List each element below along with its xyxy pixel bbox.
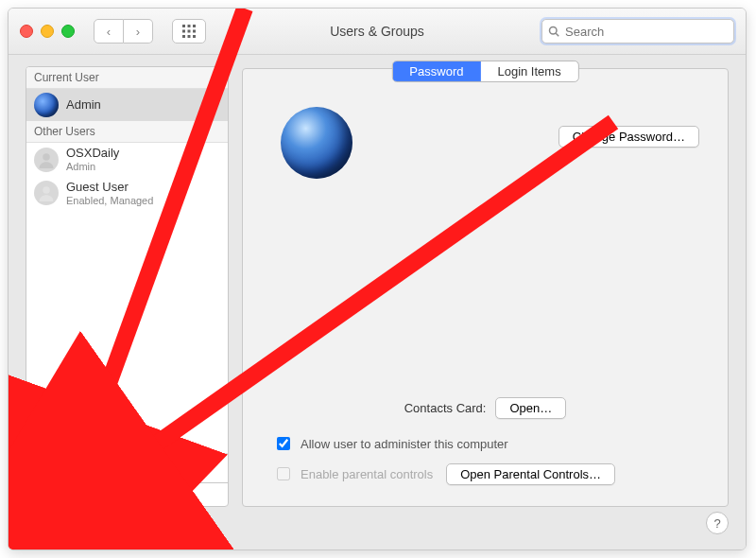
chevron-left-icon: ‹ <box>107 25 111 39</box>
help-icon: ? <box>713 516 720 531</box>
lock-icon[interactable] <box>33 516 54 541</box>
contacts-row: Contacts Card: Open… <box>269 397 701 419</box>
add-user-button[interactable]: + <box>26 483 56 506</box>
svg-point-12 <box>43 187 50 195</box>
gear-icon <box>93 488 106 501</box>
lock-highlight <box>26 504 62 550</box>
close-icon[interactable] <box>20 25 33 38</box>
svg-rect-8 <box>193 35 196 38</box>
home-icon <box>34 460 51 477</box>
user-sub: Admin <box>66 161 119 173</box>
grid-icon <box>182 25 196 38</box>
chevron-right-icon: › <box>136 25 140 39</box>
add-remove-row: + − <box>26 482 228 506</box>
contacts-card-label: Contacts Card: <box>404 401 487 415</box>
user-avatar-icon <box>34 148 59 172</box>
tab-password[interactable]: Password <box>392 61 480 81</box>
action-menu-button[interactable] <box>85 483 113 506</box>
remove-user-button[interactable]: − <box>56 483 85 506</box>
svg-rect-3 <box>182 30 185 33</box>
minimize-icon[interactable] <box>41 25 54 38</box>
svg-rect-5 <box>193 30 196 33</box>
forward-button[interactable]: › <box>124 19 153 44</box>
search-field[interactable] <box>541 19 734 44</box>
change-password-button[interactable]: Change Password… <box>558 126 699 148</box>
traffic-lights <box>20 25 75 38</box>
parental-checkbox-row: Enable parental controls <box>273 464 433 483</box>
open-parental-controls-button[interactable]: Open Parental Controls… <box>446 463 615 485</box>
parental-checkbox <box>277 467 290 480</box>
login-options-label: Login Options <box>57 462 132 476</box>
user-picture-icon[interactable] <box>281 107 352 179</box>
back-button[interactable]: ‹ <box>94 19 124 44</box>
search-icon <box>548 26 559 37</box>
user-panel: Password Login Items Change Password… Co… <box>242 68 729 507</box>
svg-line-10 <box>556 33 558 36</box>
svg-rect-0 <box>182 25 185 27</box>
help-button[interactable]: ? <box>706 512 729 534</box>
user-row-admin[interactable]: Admin <box>26 89 228 121</box>
search-input[interactable] <box>563 24 728 40</box>
earth-avatar-icon <box>34 93 59 117</box>
svg-rect-4 <box>188 30 191 33</box>
help-row: ? <box>242 507 729 539</box>
user-name: OSXDaily <box>66 147 119 161</box>
parental-check-label: Enable parental controls <box>301 467 433 481</box>
lock-hint-text: Click the lock to make changes. <box>72 514 212 543</box>
zoom-icon[interactable] <box>61 25 75 38</box>
tab-bar: Password Login Items <box>391 61 578 82</box>
other-users-header: Other Users <box>26 121 228 143</box>
user-name: Admin <box>66 98 101 113</box>
sidebar-column: Current User Admin Other Users OSXDaily … <box>9 55 229 550</box>
admin-checkbox-row[interactable]: Allow user to administer this computer <box>273 434 697 453</box>
login-options-row[interactable]: Login Options <box>26 453 228 482</box>
person-icon <box>38 184 55 201</box>
titlebar: ‹ › Users & Groups <box>9 9 746 55</box>
user-name: Guest User <box>66 181 153 195</box>
user-sub: Enabled, Managed <box>66 195 153 207</box>
current-user-header: Current User <box>26 67 228 89</box>
tab-login-items[interactable]: Login Items <box>480 61 577 81</box>
svg-rect-7 <box>188 35 191 38</box>
users-list: Current User Admin Other Users OSXDaily … <box>26 66 229 507</box>
person-icon <box>38 151 55 168</box>
lower-controls: Contacts Card: Open… Allow user to admin… <box>243 397 728 489</box>
user-row-guest[interactable]: Guest User Enabled, Managed <box>26 177 228 211</box>
user-avatar-icon <box>34 181 59 205</box>
admin-checkbox[interactable] <box>277 437 290 450</box>
open-contacts-button[interactable]: Open… <box>495 397 566 419</box>
svg-rect-6 <box>182 35 185 38</box>
minus-icon: − <box>66 488 74 502</box>
admin-check-label: Allow user to administer this computer <box>301 437 508 451</box>
main-column: Password Login Items Change Password… Co… <box>229 55 746 550</box>
body: Current User Admin Other Users OSXDaily … <box>9 55 746 550</box>
footer: Click the lock to make changes. <box>26 507 229 550</box>
svg-rect-1 <box>188 25 191 27</box>
svg-point-11 <box>43 153 50 161</box>
nav-buttons: ‹ › <box>94 19 153 44</box>
plus-icon: + <box>37 488 44 502</box>
svg-point-9 <box>550 27 558 35</box>
svg-rect-2 <box>193 25 196 27</box>
show-all-button[interactable] <box>172 19 206 44</box>
user-row-osxdaily[interactable]: OSXDaily Admin <box>26 143 228 177</box>
prefs-window: ‹ › Users & Groups Current User <box>8 8 747 550</box>
